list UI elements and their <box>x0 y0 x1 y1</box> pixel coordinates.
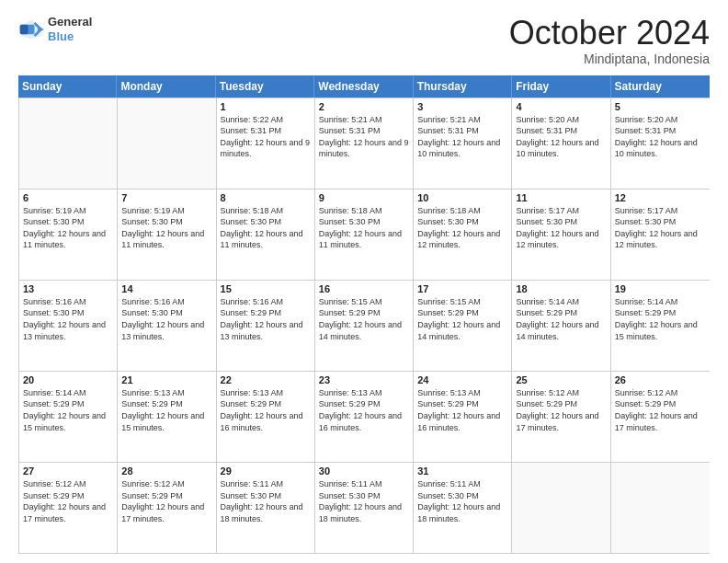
day-number: 14 <box>121 283 211 294</box>
cell-info: Sunrise: 5:16 AMSunset: 5:30 PMDaylight:… <box>23 296 113 342</box>
cell-info: Sunrise: 5:14 AMSunset: 5:29 PMDaylight:… <box>516 296 606 342</box>
cal-cell: 20Sunrise: 5:14 AMSunset: 5:29 PMDayligh… <box>19 372 118 462</box>
day-number: 13 <box>23 283 113 294</box>
cal-cell: 4Sunrise: 5:20 AMSunset: 5:31 PMDaylight… <box>512 98 610 189</box>
cell-info: Sunrise: 5:13 AMSunset: 5:29 PMDaylight:… <box>221 387 311 433</box>
cal-cell: 14Sunrise: 5:16 AMSunset: 5:30 PMDayligh… <box>118 281 216 371</box>
cal-cell: 24Sunrise: 5:13 AMSunset: 5:29 PMDayligh… <box>414 372 512 462</box>
cell-info: Sunrise: 5:18 AMSunset: 5:30 PMDaylight:… <box>319 205 409 251</box>
day-number: 30 <box>319 465 409 477</box>
cell-info: Sunrise: 5:13 AMSunset: 5:29 PMDaylight:… <box>121 387 211 433</box>
day-number: 26 <box>615 374 706 385</box>
cal-row-1: 6Sunrise: 5:19 AMSunset: 5:30 PMDaylight… <box>19 189 710 280</box>
svg-rect-3 <box>20 24 28 34</box>
day-number: 23 <box>319 374 409 385</box>
cell-info: Sunrise: 5:16 AMSunset: 5:30 PMDaylight:… <box>121 296 211 342</box>
cal-cell: 2Sunrise: 5:21 AMSunset: 5:31 PMDaylight… <box>315 98 414 189</box>
day-number: 21 <box>121 374 211 385</box>
cell-info: Sunrise: 5:19 AMSunset: 5:30 PMDaylight:… <box>121 205 211 251</box>
cal-cell: 5Sunrise: 5:20 AMSunset: 5:31 PMDaylight… <box>611 98 710 189</box>
title-block: October 2024 Mindiptana, Indonesia <box>509 15 710 66</box>
day-number: 11 <box>516 192 606 203</box>
cell-info: Sunrise: 5:21 AMSunset: 5:31 PMDaylight:… <box>417 114 507 160</box>
cal-cell: 9Sunrise: 5:18 AMSunset: 5:30 PMDaylight… <box>315 190 414 280</box>
day-number: 25 <box>516 374 606 385</box>
header-day-friday: Friday <box>512 75 610 98</box>
day-number: 18 <box>516 283 606 294</box>
cell-info: Sunrise: 5:13 AMSunset: 5:29 PMDaylight:… <box>319 387 409 433</box>
logo: General Blue <box>18 15 92 43</box>
cell-info: Sunrise: 5:14 AMSunset: 5:29 PMDaylight:… <box>615 296 706 342</box>
cal-cell: 18Sunrise: 5:14 AMSunset: 5:29 PMDayligh… <box>512 281 610 371</box>
cal-row-4: 27Sunrise: 5:12 AMSunset: 5:29 PMDayligh… <box>19 462 710 553</box>
day-number: 24 <box>417 374 507 385</box>
day-number: 1 <box>221 101 311 112</box>
cal-cell: 1Sunrise: 5:22 AMSunset: 5:31 PMDaylight… <box>217 98 315 189</box>
cal-cell <box>512 463 610 553</box>
day-number: 12 <box>615 192 706 203</box>
day-number: 6 <box>23 192 113 203</box>
cell-info: Sunrise: 5:11 AMSunset: 5:30 PMDaylight:… <box>221 478 311 524</box>
cell-info: Sunrise: 5:20 AMSunset: 5:31 PMDaylight:… <box>615 114 706 160</box>
logo-general: General <box>48 15 92 29</box>
cal-cell: 6Sunrise: 5:19 AMSunset: 5:30 PMDaylight… <box>19 190 118 280</box>
cell-info: Sunrise: 5:17 AMSunset: 5:30 PMDaylight:… <box>615 205 706 251</box>
cal-cell <box>118 98 216 189</box>
day-number: 3 <box>417 101 507 112</box>
cal-cell: 23Sunrise: 5:13 AMSunset: 5:29 PMDayligh… <box>315 372 414 462</box>
cell-info: Sunrise: 5:12 AMSunset: 5:29 PMDaylight:… <box>615 387 706 433</box>
cell-info: Sunrise: 5:18 AMSunset: 5:30 PMDaylight:… <box>221 205 311 251</box>
cell-info: Sunrise: 5:14 AMSunset: 5:29 PMDaylight:… <box>23 387 113 433</box>
cal-cell: 22Sunrise: 5:13 AMSunset: 5:29 PMDayligh… <box>217 372 315 462</box>
cal-cell: 29Sunrise: 5:11 AMSunset: 5:30 PMDayligh… <box>217 463 315 553</box>
calendar: SundayMondayTuesdayWednesdayThursdayFrid… <box>18 75 710 554</box>
cell-info: Sunrise: 5:22 AMSunset: 5:31 PMDaylight:… <box>221 114 311 160</box>
cal-row-3: 20Sunrise: 5:14 AMSunset: 5:29 PMDayligh… <box>19 371 710 462</box>
cal-cell: 15Sunrise: 5:16 AMSunset: 5:29 PMDayligh… <box>217 281 315 371</box>
cal-cell: 21Sunrise: 5:13 AMSunset: 5:29 PMDayligh… <box>118 372 216 462</box>
cal-cell: 30Sunrise: 5:11 AMSunset: 5:30 PMDayligh… <box>315 463 414 553</box>
cal-cell <box>611 463 710 553</box>
day-number: 29 <box>221 465 311 477</box>
cell-info: Sunrise: 5:17 AMSunset: 5:30 PMDaylight:… <box>516 205 606 251</box>
day-number: 16 <box>319 283 409 294</box>
logo-blue: Blue <box>48 29 92 44</box>
cal-cell: 3Sunrise: 5:21 AMSunset: 5:31 PMDaylight… <box>414 98 512 189</box>
day-number: 22 <box>221 374 311 385</box>
day-number: 5 <box>615 101 706 112</box>
cal-cell: 10Sunrise: 5:18 AMSunset: 5:30 PMDayligh… <box>414 190 512 280</box>
cell-info: Sunrise: 5:19 AMSunset: 5:30 PMDaylight:… <box>23 205 113 251</box>
calendar-header: SundayMondayTuesdayWednesdayThursdayFrid… <box>18 75 710 98</box>
day-number: 15 <box>221 283 311 294</box>
cal-cell: 31Sunrise: 5:11 AMSunset: 5:30 PMDayligh… <box>414 463 512 553</box>
cal-cell: 27Sunrise: 5:12 AMSunset: 5:29 PMDayligh… <box>19 463 118 553</box>
cal-row-0: 1Sunrise: 5:22 AMSunset: 5:31 PMDaylight… <box>19 98 710 189</box>
header-day-saturday: Saturday <box>611 75 710 98</box>
day-number: 31 <box>417 465 507 477</box>
cal-cell <box>19 98 118 189</box>
cal-cell: 16Sunrise: 5:15 AMSunset: 5:29 PMDayligh… <box>315 281 414 371</box>
cell-info: Sunrise: 5:15 AMSunset: 5:29 PMDaylight:… <box>319 296 409 342</box>
header-day-sunday: Sunday <box>18 75 117 98</box>
cal-cell: 7Sunrise: 5:19 AMSunset: 5:30 PMDaylight… <box>118 190 216 280</box>
logo-icon <box>18 17 44 42</box>
day-number: 10 <box>417 192 507 203</box>
day-number: 2 <box>319 101 409 112</box>
cal-cell: 13Sunrise: 5:16 AMSunset: 5:30 PMDayligh… <box>19 281 118 371</box>
cell-info: Sunrise: 5:12 AMSunset: 5:29 PMDaylight:… <box>121 478 211 524</box>
cal-cell: 25Sunrise: 5:12 AMSunset: 5:29 PMDayligh… <box>512 372 610 462</box>
cell-info: Sunrise: 5:13 AMSunset: 5:29 PMDaylight:… <box>417 387 507 433</box>
cell-info: Sunrise: 5:15 AMSunset: 5:29 PMDaylight:… <box>417 296 507 342</box>
day-number: 17 <box>417 283 507 294</box>
cal-cell: 8Sunrise: 5:18 AMSunset: 5:30 PMDaylight… <box>217 190 315 280</box>
cell-info: Sunrise: 5:11 AMSunset: 5:30 PMDaylight:… <box>319 478 409 524</box>
cal-cell: 28Sunrise: 5:12 AMSunset: 5:29 PMDayligh… <box>118 463 216 553</box>
day-number: 28 <box>121 465 211 477</box>
logo-text: General Blue <box>48 15 92 43</box>
cell-info: Sunrise: 5:21 AMSunset: 5:31 PMDaylight:… <box>319 114 409 160</box>
cell-info: Sunrise: 5:12 AMSunset: 5:29 PMDaylight:… <box>23 478 113 524</box>
cal-cell: 26Sunrise: 5:12 AMSunset: 5:29 PMDayligh… <box>611 372 710 462</box>
cal-row-2: 13Sunrise: 5:16 AMSunset: 5:30 PMDayligh… <box>19 280 710 371</box>
cal-cell: 11Sunrise: 5:17 AMSunset: 5:30 PMDayligh… <box>512 190 610 280</box>
header: General Blue October 2024 Mindiptana, In… <box>18 15 710 66</box>
